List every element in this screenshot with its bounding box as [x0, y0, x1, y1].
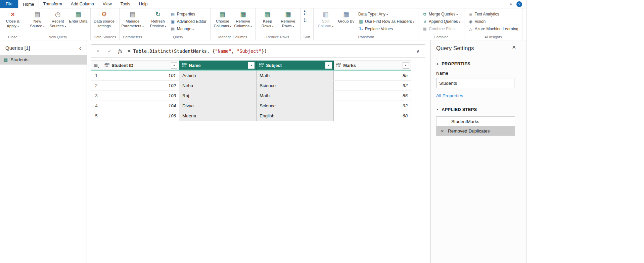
- commit-formula-icon[interactable]: ✓: [103, 48, 116, 54]
- query-name-input[interactable]: [436, 78, 514, 88]
- combine-files-button[interactable]: ▦ Combine Files: [421, 25, 462, 32]
- column-header-subject[interactable]: ABC123Subject▾: [257, 61, 334, 71]
- cell-marks[interactable]: 92: [334, 101, 411, 111]
- delete-step-icon[interactable]: ×: [436, 128, 448, 134]
- cell-subject[interactable]: Science: [257, 81, 334, 91]
- filter-dropdown-icon[interactable]: ▾: [248, 62, 255, 69]
- recent-sources-button[interactable]: ◷ Recent Sources▾: [48, 9, 67, 29]
- row-number[interactable]: 5: [91, 111, 102, 121]
- refresh-preview-button[interactable]: ↻ Refresh Preview▾: [148, 9, 168, 29]
- replace-values-button[interactable]: 1₂ Replace Values: [357, 25, 416, 32]
- text-analytics-button[interactable]: ≣ Text Analytics: [467, 10, 520, 17]
- close-icon[interactable]: ×: [512, 44, 516, 50]
- button-label: Properties: [177, 12, 195, 16]
- cancel-formula-icon[interactable]: ×: [91, 48, 103, 54]
- manage-button[interactable]: ▤ Manage▾: [169, 25, 208, 32]
- cell-student-id[interactable]: 106: [102, 111, 179, 121]
- filter-dropdown-icon[interactable]: ▾: [171, 62, 177, 69]
- section-label: PROPERTIES: [442, 61, 470, 66]
- applied-steps-section-header[interactable]: ▲ APPLIED STEPS: [436, 107, 520, 112]
- row-number[interactable]: 4: [91, 101, 102, 111]
- query-list-item-students[interactable]: ▦ Students: [0, 55, 87, 65]
- grid-select-all-corner[interactable]: ▦▾: [91, 61, 102, 71]
- main-area: Queries [1] ‹ ▦ Students × ✓ fx = Table.…: [0, 40, 526, 263]
- sort-descending-button[interactable]: ZA ↓: [303, 17, 309, 24]
- choose-columns-button[interactable]: ▦✓ Choose Columns▾: [213, 9, 232, 29]
- cell-marks[interactable]: 85: [334, 71, 411, 81]
- cell-name[interactable]: Meena: [179, 111, 257, 121]
- expand-formula-bar-icon[interactable]: ∨: [411, 48, 425, 54]
- row-number[interactable]: 1: [91, 71, 102, 81]
- column-name: Subject: [266, 63, 323, 68]
- column-header-marks[interactable]: ABC123Marks▾: [334, 61, 411, 71]
- properties-section-header[interactable]: ▲ PROPERTIES: [436, 61, 520, 66]
- group-by-button[interactable]: ▦ Group By: [336, 9, 356, 24]
- cell-name[interactable]: Neha: [179, 81, 257, 91]
- cell-name[interactable]: Ashish: [179, 71, 257, 81]
- cell-marks[interactable]: 92: [334, 81, 411, 91]
- power-query-editor-window: File Home Transform Add Column View Tool…: [0, 0, 526, 263]
- cell-marks[interactable]: 88: [334, 111, 411, 121]
- cell-marks[interactable]: 85: [334, 91, 411, 101]
- data-source-settings-button[interactable]: ⚙ Data source settings: [93, 9, 115, 29]
- cell-student-id[interactable]: 103: [102, 91, 179, 101]
- manage-parameters-button[interactable]: ▤ Manage Parameters▾: [122, 9, 143, 29]
- row-number[interactable]: 2: [91, 81, 102, 91]
- remove-rows-button[interactable]: ▦× Remove Rows▾: [278, 9, 298, 29]
- tab-view[interactable]: View: [98, 0, 116, 8]
- tab-transform[interactable]: Transform: [39, 0, 67, 8]
- ribbon-group-label: Parameters: [122, 34, 143, 40]
- cell-student-id[interactable]: 101: [102, 71, 179, 81]
- split-column-button[interactable]: ▥ Split Column▾: [316, 9, 335, 29]
- azure-machine-learning-button[interactable]: △ Azure Machine Learning: [467, 25, 520, 32]
- tab-add-column[interactable]: Add Column: [66, 0, 98, 8]
- tab-file[interactable]: File: [0, 0, 18, 8]
- cell-student-id[interactable]: 102: [102, 81, 179, 91]
- tab-home[interactable]: Home: [18, 0, 39, 8]
- merge-queries-button[interactable]: ⧉ Merge Queries▾: [421, 10, 462, 17]
- cell-subject[interactable]: English: [257, 111, 334, 121]
- all-properties-link[interactable]: All Properties: [436, 93, 520, 98]
- cell-name[interactable]: Divya: [179, 101, 257, 111]
- enter-data-button[interactable]: ▦ Enter Data: [68, 9, 88, 24]
- filter-dropdown-icon[interactable]: ▾: [325, 62, 332, 69]
- tab-help[interactable]: Help: [135, 0, 152, 8]
- cell-subject[interactable]: Math: [257, 91, 334, 101]
- use-first-row-as-headers-button[interactable]: ▦ Use First Row as Headers▾: [357, 18, 416, 25]
- step-label: StudentMarks: [451, 119, 479, 124]
- advanced-editor-button[interactable]: ▣ Advanced Editor: [169, 18, 208, 25]
- filter-dropdown-icon[interactable]: ▾: [403, 62, 409, 69]
- button-label: Recent Sources▾: [48, 19, 67, 29]
- dropdown-caret-icon: ▾: [386, 13, 388, 16]
- button-label: Manage▾: [177, 27, 194, 31]
- collapse-triangle-icon: ▲: [436, 108, 439, 111]
- properties-button[interactable]: ▤ Properties: [169, 10, 208, 17]
- applied-step-studentmarks[interactable]: StudentMarks: [436, 117, 515, 126]
- formula-input[interactable]: = Table.Distinct(StudentMarks, {"Name", …: [128, 48, 411, 54]
- close-apply-icon: ×: [11, 10, 14, 18]
- append-queries-button[interactable]: ⊎ Append Queries▾: [421, 18, 462, 25]
- new-source-button[interactable]: ▤ New Source▾: [28, 9, 47, 29]
- cell-subject[interactable]: Science: [257, 101, 334, 111]
- vision-button[interactable]: ◉ Vision: [467, 18, 520, 25]
- collapse-ribbon-icon[interactable]: ∧: [509, 2, 512, 6]
- collapse-panel-icon[interactable]: ‹: [79, 46, 81, 50]
- cell-subject[interactable]: Math: [257, 71, 334, 81]
- data-type-button[interactable]: Data Type: Any▾: [357, 10, 416, 17]
- keep-rows-button[interactable]: ▦✓ Keep Rows▾: [258, 9, 277, 29]
- cell-name[interactable]: Raj: [179, 91, 257, 101]
- row-number[interactable]: 3: [91, 91, 102, 101]
- remove-columns-button[interactable]: ▦× Remove Columns▾: [233, 9, 253, 29]
- help-icon[interactable]: ?: [516, 1, 522, 7]
- sort-ascending-button[interactable]: AZ ↓: [303, 9, 309, 16]
- group-by-icon: ▦: [343, 10, 349, 18]
- column-header-student-id[interactable]: ABC123Student ID▾: [102, 61, 179, 71]
- cell-student-id[interactable]: 104: [102, 101, 179, 111]
- column-name: Name: [189, 63, 246, 68]
- queries-panel: Queries [1] ‹ ▦ Students: [0, 40, 87, 263]
- column-header-name[interactable]: ABC123Name▾: [179, 61, 257, 71]
- applied-step-removed-duplicates[interactable]: ×Removed Duplicates: [436, 126, 515, 136]
- close-and-apply-button[interactable]: × Close & Apply▾: [3, 9, 22, 29]
- tab-tools[interactable]: Tools: [116, 0, 135, 8]
- table-icon: ▦: [3, 57, 8, 63]
